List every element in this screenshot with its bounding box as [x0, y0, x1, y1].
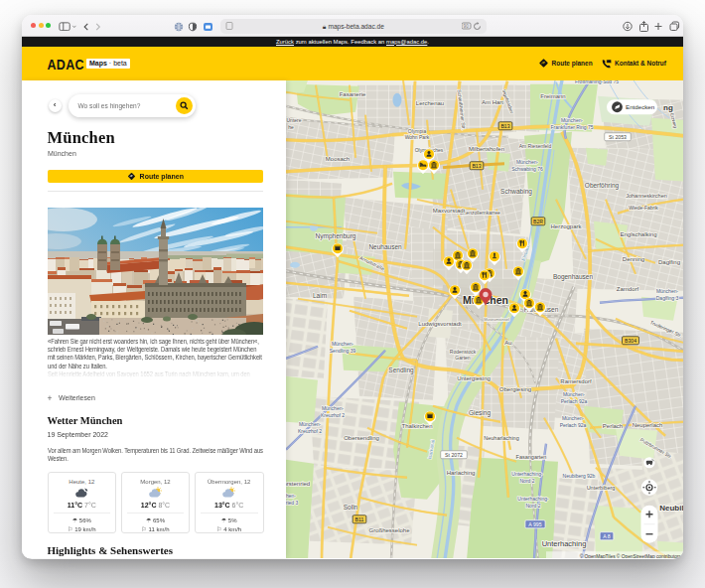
svg-text:Unterhaching: Unterhaching [542, 538, 587, 547]
svg-text:Frankfurter Ring 75: Frankfurter Ring 75 [550, 123, 593, 129]
svg-text:Ramersdorf: Ramersdorf [560, 377, 592, 383]
svg-text:Obergiesing: Obergiesing [499, 385, 531, 391]
svg-text:Laim: Laim [313, 291, 327, 298]
svg-text:Wohn Park: Wohn Park [405, 133, 430, 139]
svg-text:Bogenhausen: Bogenhausen [553, 272, 594, 280]
svg-text:Lerchenau: Lerchenau [416, 99, 444, 105]
svg-text:München-: München- [322, 404, 345, 410]
svg-text:Denning: Denning [623, 255, 644, 261]
svg-text:Perlach 92a: Perlach 92a [560, 421, 587, 427]
svg-text:Museumsinsel: Museumsinsel [484, 316, 509, 321]
svg-text:München-: München- [516, 158, 539, 164]
svg-text:Entdecken: Entdecken [626, 103, 655, 110]
svg-text:B13: B13 [472, 162, 481, 168]
svg-text:he: he [288, 123, 294, 129]
svg-text:Johanneskirchen: Johanneskirchen [626, 192, 667, 198]
svg-text:Moosach: Moosach [326, 155, 350, 161]
svg-text:Freimann: Freimann [540, 92, 565, 98]
svg-text:Am Hart: Am Hart [482, 98, 503, 104]
svg-text:Nymphenburg: Nymphenburg [316, 231, 356, 239]
svg-text:München-: München- [562, 414, 585, 420]
svg-text:Perlach 92a: Perlach 92a [561, 397, 588, 403]
svg-text:St 2072: St 2072 [445, 451, 463, 457]
svg-text:Unterbiberg: Unterbiberg [587, 484, 616, 490]
svg-text:Wiede-Fabrik: Wiede-Fabrik [629, 204, 658, 210]
svg-text:München-: München- [561, 116, 584, 122]
svg-text:München-: München- [299, 420, 322, 426]
svg-text:Unterhaching-: Unterhaching- [517, 495, 549, 501]
svg-text:Obersendling: Obersendling [344, 434, 379, 440]
svg-text:Herzogpark: Herzogpark [550, 222, 582, 228]
svg-text:Frottmaning-Süd 75: Frottmaning-Süd 75 [575, 80, 619, 84]
svg-text:B304: B304 [625, 337, 636, 343]
svg-text:München-: München- [563, 390, 586, 396]
svg-text:B13: B13 [500, 122, 509, 128]
svg-text:St 2053: St 2053 [609, 133, 627, 139]
svg-text:Fasangarten: Fasangarten [516, 453, 547, 459]
svg-text:Großhesselohe: Großhesselohe [368, 526, 410, 532]
svg-text:Neuhausen: Neuhausen [368, 242, 402, 249]
svg-text:Forstenried: Forstenried [286, 480, 310, 486]
svg-text:Unterhaching-: Unterhaching- [511, 470, 543, 476]
svg-text:Oberföhring: Oberföhring [585, 181, 620, 189]
svg-text:Giesing: Giesing [469, 408, 491, 416]
svg-text:Thalkirchen: Thalkirchen [401, 422, 432, 428]
svg-text:Ludwigsvorstadt: Ludwigsvorstadt [418, 320, 462, 326]
svg-text:Daglfing 3: Daglfing 3 [656, 294, 679, 300]
svg-text:Au: Au [504, 339, 511, 345]
svg-text:A 995: A 995 [528, 520, 541, 526]
svg-text:90: 90 [464, 24, 470, 29]
svg-text:Untergiesing: Untergiesing [457, 374, 491, 380]
svg-text:Neubiberg 92b: Neubiberg 92b [563, 472, 596, 478]
svg-text:A 8: A 8 [603, 532, 611, 538]
svg-text:Garten: Garten [455, 354, 471, 360]
svg-text:Neuharlaching: Neuharlaching [484, 434, 518, 440]
svg-text:Nord 2: Nord 2 [519, 477, 534, 483]
svg-text:Neuperlach: Neuperlach [633, 421, 663, 427]
svg-text:Sendling: Sendling [388, 366, 414, 373]
svg-text:© OpenMapTiles © OpenStreetMap: © OpenMapTiles © OpenStreetMap contribut… [580, 552, 682, 558]
svg-text:Maxvorstadt: Maxvorstadt [433, 207, 466, 213]
svg-text:Schwabing 76: Schwabing 76 [511, 165, 543, 171]
svg-text:Fasanerie: Fasanerie [340, 90, 366, 96]
svg-text:Perlach: Perlach [603, 422, 623, 428]
svg-text:Untere: Untere [286, 116, 301, 122]
svg-text:Solln: Solln [344, 503, 358, 510]
svg-text:Milbertshofen: Milbertshofen [469, 145, 504, 151]
svg-text:Englschalking: Englschalking [620, 230, 656, 236]
svg-text:Harlaching: Harlaching [447, 469, 476, 475]
svg-text:Zamdorf: Zamdorf [617, 285, 639, 291]
svg-text:Daglfing: Daglfing [658, 258, 680, 264]
svg-text:Sendling 39: Sendling 39 [330, 347, 356, 353]
svg-text:Schwabing: Schwabing [500, 187, 532, 195]
svg-text:Am Riesenfeld: Am Riesenfeld [519, 142, 552, 148]
svg-text:ried 3: ried 3 [286, 499, 298, 505]
svg-text:Kreuzhof 2: Kreuzhof 2 [321, 411, 345, 417]
svg-text:B2R: B2R [533, 218, 543, 223]
svg-text:B11: B11 [355, 515, 364, 521]
svg-text:München-: München- [332, 340, 354, 346]
svg-text:Kreuzhof 2: Kreuzhof 2 [298, 427, 322, 433]
svg-text:ng: ng [663, 102, 673, 111]
svg-text:hen-: hen- [286, 492, 296, 498]
svg-text:Neubiberg: Neubiberg [659, 503, 683, 512]
svg-text:München-: München- [656, 287, 679, 293]
svg-text:Nord 2: Nord 2 [525, 502, 540, 508]
